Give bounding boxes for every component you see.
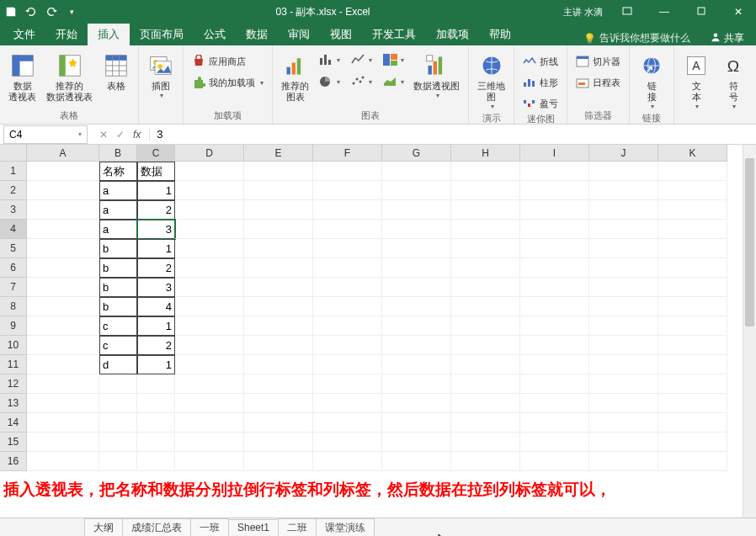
fx-icon[interactable]: fx — [133, 129, 141, 141]
cell[interactable]: c — [99, 316, 137, 336]
cell[interactable] — [589, 413, 658, 433]
cell[interactable]: c — [99, 336, 137, 355]
cell[interactable] — [658, 220, 727, 239]
pivot-chart-button[interactable]: 数据透视图 ▾ — [410, 50, 463, 101]
cell[interactable] — [244, 181, 313, 200]
cell[interactable] — [658, 200, 727, 220]
cell[interactable] — [658, 374, 727, 394]
cell[interactable] — [589, 220, 658, 239]
cell[interactable] — [451, 355, 520, 374]
slicer-button[interactable]: 切片器 — [572, 52, 624, 71]
cell[interactable] — [382, 239, 451, 258]
row-header[interactable]: 13 — [0, 394, 27, 413]
row-header[interactable]: 3 — [0, 200, 27, 220]
row-header[interactable]: 5 — [0, 239, 27, 258]
cell[interactable] — [658, 278, 727, 297]
3d-map-button[interactable]: 三维地 图 ▾ — [474, 50, 508, 112]
cell[interactable] — [27, 433, 99, 452]
cell[interactable] — [451, 200, 520, 220]
cell[interactable] — [382, 374, 451, 394]
tab-formulas[interactable]: 公式 — [194, 24, 236, 45]
qat-customize-icon[interactable]: ▾ — [66, 6, 77, 18]
cell[interactable] — [589, 394, 658, 413]
cell[interactable] — [520, 278, 589, 297]
cell[interactable] — [175, 278, 244, 297]
tab-page-layout[interactable]: 页面布局 — [130, 24, 194, 45]
cell[interactable] — [137, 394, 175, 413]
undo-icon[interactable] — [25, 6, 37, 18]
cell[interactable] — [313, 181, 382, 200]
cell[interactable] — [244, 355, 313, 374]
name-box[interactable]: C4 ▾ — [3, 125, 88, 144]
row-header[interactable]: 4 — [0, 220, 27, 239]
cell[interactable] — [451, 336, 520, 355]
cell[interactable] — [658, 355, 727, 374]
select-all-corner[interactable] — [0, 145, 27, 162]
row-header[interactable]: 16 — [0, 452, 27, 471]
sheet-tab[interactable]: 课堂演练 — [316, 518, 375, 537]
maximize-icon[interactable] — [689, 6, 714, 18]
cell[interactable] — [451, 278, 520, 297]
cell[interactable] — [451, 258, 520, 278]
cell[interactable] — [589, 162, 658, 181]
cell[interactable] — [137, 433, 175, 452]
cell[interactable] — [313, 433, 382, 452]
cell[interactable] — [451, 162, 520, 181]
cell[interactable]: 名称 — [99, 162, 137, 181]
cell[interactable] — [589, 181, 658, 200]
column-header[interactable]: E — [244, 145, 313, 162]
cell[interactable] — [313, 258, 382, 278]
cell[interactable] — [175, 394, 244, 413]
cell[interactable] — [382, 297, 451, 316]
cell[interactable] — [520, 452, 589, 471]
cell[interactable]: 2 — [137, 336, 175, 355]
cell[interactable] — [99, 374, 137, 394]
cell[interactable] — [313, 355, 382, 374]
cell[interactable] — [520, 200, 589, 220]
cell[interactable] — [244, 316, 313, 336]
save-icon[interactable] — [5, 6, 17, 18]
cell[interactable] — [244, 374, 313, 394]
row-header[interactable]: 8 — [0, 297, 27, 316]
tab-file[interactable]: 文件 — [3, 24, 45, 45]
name-box-dropdown-icon[interactable]: ▾ — [78, 130, 82, 138]
my-addins-button[interactable]: 我的加载项 ▾ — [189, 73, 267, 92]
column-chart-icon[interactable]: ▾ — [316, 50, 343, 69]
cell[interactable] — [520, 220, 589, 239]
cell[interactable] — [175, 374, 244, 394]
cell[interactable] — [451, 316, 520, 336]
cell[interactable] — [313, 394, 382, 413]
sheet-tab[interactable]: 成绩汇总表 — [122, 518, 191, 537]
column-header[interactable]: I — [520, 145, 589, 162]
column-header[interactable]: C — [137, 145, 175, 162]
cell[interactable] — [137, 452, 175, 471]
column-header[interactable]: G — [382, 145, 451, 162]
cell[interactable] — [451, 413, 520, 433]
cell[interactable] — [520, 413, 589, 433]
cell[interactable] — [313, 200, 382, 220]
sparkline-column-button[interactable]: 柱形 — [519, 73, 562, 92]
cell[interactable] — [520, 336, 589, 355]
cell[interactable] — [175, 452, 244, 471]
cell[interactable] — [658, 297, 727, 316]
cell[interactable] — [658, 239, 727, 258]
cell[interactable] — [382, 355, 451, 374]
line-chart-icon[interactable]: ▾ — [348, 50, 375, 69]
cell[interactable] — [589, 297, 658, 316]
recommended-pivot-button[interactable]: 推荐的 数据透视表 — [43, 50, 96, 104]
cell[interactable] — [244, 200, 313, 220]
share-button[interactable]: 共享 — [699, 31, 756, 45]
sheet-tab[interactable]: Sheet1 — [228, 519, 279, 535]
cell[interactable]: 2 — [137, 258, 175, 278]
cell[interactable] — [451, 297, 520, 316]
cell[interactable] — [520, 394, 589, 413]
cell[interactable] — [382, 258, 451, 278]
scatter-chart-icon[interactable]: ▾ — [348, 72, 375, 91]
cell[interactable] — [589, 200, 658, 220]
cell[interactable] — [175, 239, 244, 258]
sparkline-winloss-button[interactable]: 盈亏 — [519, 94, 562, 113]
column-header[interactable]: F — [313, 145, 382, 162]
cell[interactable]: 3 — [137, 278, 175, 297]
cell[interactable] — [520, 239, 589, 258]
cell[interactable] — [244, 162, 313, 181]
